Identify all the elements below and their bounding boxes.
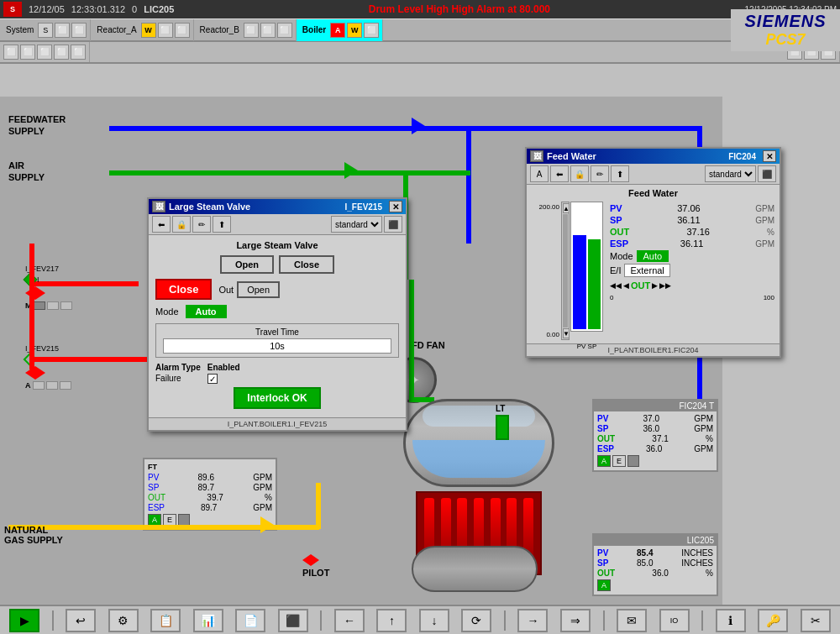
toolbar-clipboard-btn[interactable]: 📋 (150, 609, 181, 632)
fw-esp-unit: GPM (755, 239, 774, 249)
fw-scrollbar[interactable]: ▲ ▼ (561, 202, 570, 340)
toolbar-info-btn[interactable]: ℹ (716, 609, 746, 632)
fw-tool-btn-1[interactable]: A (530, 165, 549, 182)
siemens-product: PCS7 (765, 31, 805, 49)
dialog-content: Large Steam Valve Open Close Close Out O… (149, 235, 406, 417)
dialog-close-red-btn[interactable]: Close (155, 279, 212, 300)
dialog-close-btn[interactable]: ✕ (389, 201, 402, 212)
siemens-brand: SIEMENS (744, 12, 826, 31)
reactorb-btn1[interactable]: ⬜ (244, 23, 259, 38)
ft-out-unit: % (265, 493, 272, 502)
air-pipe-h2 (403, 170, 470, 176)
fic204-a-btn[interactable]: A (597, 455, 611, 467)
reactora-btn3[interactable]: ⬜ (175, 23, 190, 38)
system-s-btn[interactable]: S (38, 23, 53, 38)
fw-right-btn[interactable]: ▶ (652, 281, 658, 290)
toolbar-block-btn[interactable]: ⬛ (278, 609, 308, 632)
fw-dbl-right-btn[interactable]: ▶▶ (659, 281, 671, 290)
system-btn2[interactable]: ⬜ (55, 23, 70, 38)
fw-dbl-left-btn[interactable]: ◀◀ (610, 281, 622, 290)
nav2-btn3[interactable]: ⬜ (37, 45, 52, 60)
fw-mode-dropdown[interactable]: standard (705, 165, 756, 182)
fw-tool-btn-6[interactable]: ⬛ (758, 165, 776, 182)
reactorb-btn2[interactable]: ⬜ (260, 23, 276, 38)
ft-ind-box (178, 514, 190, 526)
reactora-w-btn[interactable]: W (141, 23, 156, 38)
failure-checkbox[interactable]: ✓ (207, 374, 218, 384)
toolbar-up-btn[interactable]: ↑ (376, 609, 407, 632)
dialog-close-btn-gray[interactable]: Close (279, 255, 334, 274)
ft-out-row: OUT 39.7 % (148, 493, 272, 502)
dialog-tag: I_FEV215 (345, 202, 382, 212)
fw-tool-btn-2[interactable]: ⬅ (550, 165, 569, 182)
reactora-btn2[interactable]: ⬜ (158, 23, 173, 38)
ft-pv-value: 89.6 (198, 473, 214, 482)
toolbar-play-btn[interactable]: ▶ (9, 609, 39, 632)
fw-dialog-tag: FIC204 (728, 152, 756, 161)
toolbar-gear-btn[interactable]: ⚙ (108, 609, 139, 632)
tool-btn-3[interactable]: ✏ (192, 216, 211, 233)
fw-tool-btn-5[interactable]: ⬆ (611, 165, 629, 182)
ft-a-btn[interactable]: A (148, 514, 161, 526)
system-btn3[interactable]: ⬜ (71, 23, 87, 38)
fw-close-btn[interactable]: ✕ (763, 150, 776, 162)
ft-e-btn[interactable]: E (163, 514, 176, 526)
boiler-btn3[interactable]: ⬜ (364, 23, 379, 38)
dialog-travel-value[interactable] (163, 338, 391, 354)
lic205-panel: LIC205 PV 85.4 INCHES SP 85.0 INCHES OUT… (592, 533, 718, 596)
dialog-open-btn[interactable]: Open (220, 255, 274, 274)
nav2-btn5[interactable]: ⬜ (71, 45, 86, 60)
toolbar-io-btn[interactable]: IO (659, 609, 690, 632)
feedwater-arrow (412, 118, 425, 134)
feedwater-pipe-v (466, 126, 471, 244)
toolbar-fwd-btn[interactable]: → (517, 609, 548, 632)
boiler-w-btn[interactable]: W (347, 23, 362, 38)
nav-reactorb: Reactor_B ⬜ ⬜ ⬜ (194, 19, 297, 41)
boiler-alarm-btn[interactable]: A (330, 23, 345, 38)
reactorb-label: Reactor_B (197, 25, 242, 34)
toolbar-back-btn[interactable]: ↩ (66, 609, 96, 632)
fw-scroll-down[interactable]: ▼ (563, 328, 570, 338)
nav2-btn4[interactable]: ⬜ (54, 45, 69, 60)
dialog-open-close-row: Open Close (155, 255, 399, 274)
lic205-out-label: OUT (597, 569, 615, 578)
fw-dialog-icon: 🖼 (530, 150, 543, 162)
fw-tool-btn-4[interactable]: ✏ (591, 165, 609, 182)
fw-scale-top: 200.00 (539, 203, 559, 211)
tool-btn-4[interactable]: ⬆ (213, 216, 231, 233)
interlock-ok-btn[interactable]: Interlock OK (234, 387, 320, 409)
fw-mode-val: Auto (637, 250, 669, 262)
lic205-a-btn[interactable]: A (597, 579, 611, 591)
toolbar-refresh-btn[interactable]: ⟳ (461, 609, 491, 632)
toolbar-key-btn[interactable]: 🔑 (758, 609, 788, 632)
dialog-travel-title: Travel Time (163, 327, 391, 337)
nav2-btn1[interactable]: ⬜ (3, 45, 18, 60)
fw-left-btn[interactable]: ◀ (623, 281, 629, 290)
tool-btn-1[interactable]: ⬅ (152, 216, 171, 233)
nav-reactora: Reactor_A W ⬜ ⬜ (91, 19, 193, 41)
fw-tool-btn-3[interactable]: 🔒 (570, 165, 589, 182)
fw-values-area: PV 37.06 GPM SP 36.11 GPM OUT 37.16 % ES… (606, 202, 774, 340)
toolbar-left-btn[interactable]: ← (334, 609, 365, 632)
fic204-e-btn[interactable]: E (612, 455, 626, 467)
toolbar-fwd2-btn[interactable]: ⇒ (560, 609, 591, 632)
failure-label: Failure (155, 374, 201, 383)
fev215-a-ind1 (33, 381, 45, 390)
toolbar-doc-btn[interactable]: 📄 (235, 609, 265, 632)
fev215-a-row: A (25, 381, 71, 390)
interlock-row: Interlock OK (155, 387, 399, 409)
tool-btn-2[interactable]: 🔒 (172, 216, 191, 233)
toolbar-email-btn[interactable]: ✉ (617, 609, 647, 632)
mode-dropdown[interactable]: standard (331, 216, 382, 233)
toolbar-cut-btn[interactable]: ✂ (801, 609, 831, 632)
toolbar-chart-btn[interactable]: 📊 (193, 609, 223, 632)
nav2-btn2[interactable]: ⬜ (20, 45, 35, 60)
reactorb-btn3[interactable]: ⬜ (277, 23, 292, 38)
lt-indicator: LT (496, 403, 509, 440)
natgas-label: NATURAL GAS SUPPLY (4, 525, 63, 545)
fw-pv-val: 37.06 (677, 203, 701, 213)
toolbar-down-btn[interactable]: ↓ (419, 609, 449, 632)
fw-scroll-up[interactable]: ▲ (563, 203, 570, 213)
tool-btn-5[interactable]: ⬛ (384, 216, 402, 233)
dialog-out-value-btn[interactable]: Open (237, 281, 280, 298)
